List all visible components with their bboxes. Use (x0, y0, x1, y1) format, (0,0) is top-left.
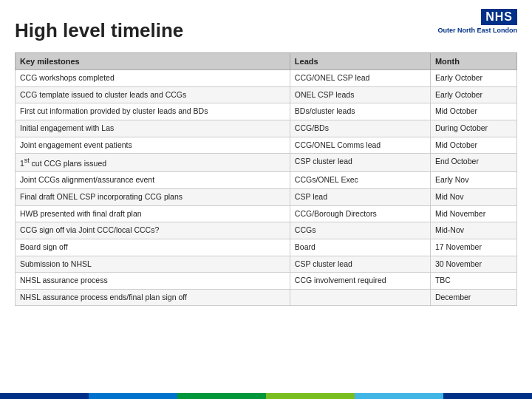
col-milestones: Key milestones (16, 53, 290, 70)
cell-3-1: CCG/BDs (290, 120, 430, 137)
cell-0-0: CCG workshops completed (16, 70, 290, 87)
nhs-logo-text: NHS (481, 9, 517, 25)
cell-2-1: BDs/cluster leads (290, 103, 430, 120)
cell-8-2: Mid November (430, 205, 516, 222)
table-header-row: Key milestones Leads Month (16, 53, 517, 70)
cell-7-1: CSP lead (290, 188, 430, 205)
timeline-table: Key milestones Leads Month CCG workshops… (15, 52, 517, 306)
cell-1-0: CCG template issued to cluster leads and… (16, 86, 290, 103)
cell-6-2: Early Nov (430, 172, 516, 189)
cell-4-2: Mid October (430, 137, 516, 154)
cell-4-1: CCG/ONEL Comms lead (290, 137, 430, 154)
cell-5-2: End October (430, 154, 516, 172)
cell-11-1: CSP cluster lead (290, 256, 430, 273)
strip-blue (0, 393, 89, 399)
cell-6-0: Joint CCGs alignment/assurance event (16, 172, 290, 189)
cell-9-0: CCG sign off via Joint CCC/local CCCs? (16, 222, 290, 239)
cell-12-2: TBC (430, 273, 516, 290)
cell-8-0: HWB presented with final draft plan (16, 205, 290, 222)
cell-7-0: Final draft ONEL CSP incorporating CCG p… (16, 188, 290, 205)
cell-9-2: Mid-Nov (430, 222, 516, 239)
table-row: Final draft ONEL CSP incorporating CCG p… (16, 188, 517, 205)
table-row: Board sign offBoard17 November (16, 239, 517, 256)
cell-5-1: CSP cluster lead (290, 154, 430, 172)
strip-green (177, 393, 266, 399)
cell-11-2: 30 November (430, 256, 516, 273)
table-row: Submission to NHSLCSP cluster lead30 Nov… (16, 256, 517, 273)
cell-3-2: During October (430, 120, 516, 137)
nhs-logo: NHS Outer North East London (438, 9, 518, 34)
strip-lightblue (89, 393, 177, 399)
cell-0-1: CCG/ONEL CSP lead (290, 70, 430, 87)
bottom-strip (0, 393, 532, 399)
col-month: Month (430, 53, 516, 70)
cell-12-0: NHSL assurance process (16, 273, 290, 290)
cell-10-2: 17 November (430, 239, 516, 256)
strip-cyan (355, 393, 443, 399)
strip-lightgreen (266, 393, 355, 399)
cell-13-0: NHSL assurance process ends/final plan s… (16, 289, 290, 306)
table-row: NHSL assurance processCCG involvement re… (16, 273, 517, 290)
cell-1-2: Early October (430, 86, 516, 103)
cell-9-1: CCGs (290, 222, 430, 239)
cell-13-2: December (430, 289, 516, 306)
cell-0-2: Early October (430, 70, 516, 87)
table-row: CCG template issued to cluster leads and… (16, 86, 517, 103)
table-row: Joint CCGs alignment/assurance eventCCGs… (16, 172, 517, 189)
cell-8-1: CCG/Borough Directors (290, 205, 430, 222)
cell-12-1: CCG involvement required (290, 273, 430, 290)
cell-1-1: ONEL CSP leads (290, 86, 430, 103)
nhs-subtitle: Outer North East London (438, 27, 518, 34)
col-leads: Leads (290, 53, 430, 70)
cell-2-2: Mid October (430, 103, 516, 120)
cell-7-2: Mid Nov (430, 188, 516, 205)
table-row: CCG sign off via Joint CCC/local CCCs?CC… (16, 222, 517, 239)
cell-11-0: Submission to NHSL (16, 256, 290, 273)
table-row: Joint engagement event patientsCCG/ONEL … (16, 137, 517, 154)
cell-10-0: Board sign off (16, 239, 290, 256)
table-row: First cut information provided by cluste… (16, 103, 517, 120)
cell-2-0: First cut information provided by cluste… (16, 103, 290, 120)
cell-4-0: Joint engagement event patients (16, 137, 290, 154)
cell-5-0: 1st cut CCG plans issued (16, 154, 290, 172)
strip-blue2 (443, 393, 532, 399)
cell-3-0: Initial engagement with Las (16, 120, 290, 137)
table-row: NHSL assurance process ends/final plan s… (16, 289, 517, 306)
table-row: CCG workshops completedCCG/ONEL CSP lead… (16, 70, 517, 87)
cell-6-1: CCGs/ONEL Exec (290, 172, 430, 189)
table-row: 1st cut CCG plans issuedCSP cluster lead… (16, 154, 517, 172)
page: NHS Outer North East London High level t… (0, 0, 532, 399)
table-row: Initial engagement with LasCCG/BDsDuring… (16, 120, 517, 137)
cell-13-1 (290, 289, 430, 306)
table-row: HWB presented with final draft planCCG/B… (16, 205, 517, 222)
cell-10-1: Board (290, 239, 430, 256)
